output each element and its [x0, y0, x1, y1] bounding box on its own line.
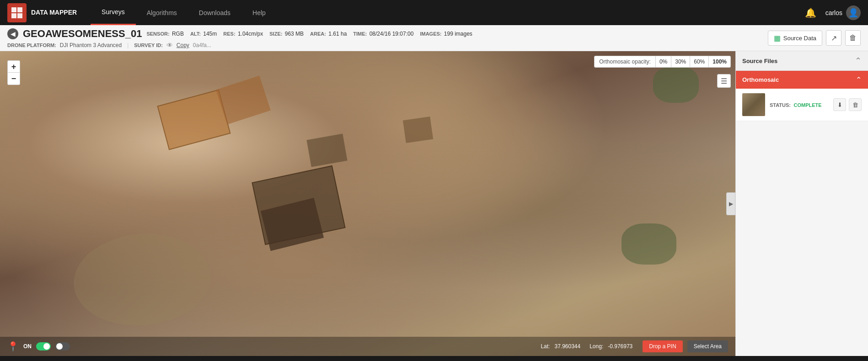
bottom-bar: 📍 ON Lat: 37.960344 Long: -0.976973 Drop…: [0, 337, 735, 356]
opacity-label: Orthomosaic opacity:: [595, 56, 656, 67]
area-meta: AREA: 1.61 ha: [310, 31, 347, 37]
opacity-60[interactable]: 60%: [690, 56, 709, 67]
toggle-knob-off: [56, 343, 63, 350]
survey-sub-row: DRONE PLATFORM: DJI Phantom 3 Advanced |…: [7, 42, 861, 49]
zoom-out-button[interactable]: −: [8, 73, 20, 85]
nav-downloads[interactable]: Downloads: [188, 0, 241, 25]
drop-pin-button[interactable]: Drop a PIN: [643, 340, 682, 352]
orthomosaic-content: STATUS: COMPLETE ⬇ 🗑: [736, 89, 868, 121]
svg-rect-2: [11, 13, 16, 18]
nav-links: Surveys Algorithms Downloads Help: [91, 0, 805, 25]
res-meta: RES: 1.04cm/px: [223, 31, 263, 37]
survey-header: ◀ GEOAWESOMENESS_01 SENSOR: RGB ALT: 145…: [0, 25, 868, 51]
ortho-thumbnail: [742, 93, 765, 116]
source-files-collapse[interactable]: ⌃: [855, 56, 862, 66]
size-meta: SIZE: 963 MB: [269, 31, 304, 37]
user-avatar: 👤: [846, 5, 861, 20]
ortho-status-area: STATUS: COMPLETE: [770, 101, 829, 109]
map-area[interactable]: + − Orthomosaic opacity: 0% 30% 60% 100%…: [0, 51, 735, 356]
status-label: STATUS:: [770, 102, 791, 108]
source-files-header: Source Files ⌃: [736, 51, 868, 71]
collapse-panel-button[interactable]: ▶: [726, 192, 735, 215]
main-content: + − Orthomosaic opacity: 0% 30% 60% 100%…: [0, 51, 868, 356]
username: carlos: [825, 9, 842, 16]
svg-rect-0: [11, 7, 16, 12]
source-data-button[interactable]: ▦ Source Data: [768, 31, 822, 46]
grid-icon: ▦: [774, 34, 781, 42]
nav-algorithms[interactable]: Algorithms: [136, 0, 188, 25]
orthomosaic-collapse-icon: ⌃: [856, 75, 862, 84]
header-actions: ▦ Source Data ↗ 🗑: [768, 30, 861, 46]
top-nav: DATA MAPPER Surveys Algorithms Downloads…: [0, 0, 868, 25]
layer-button[interactable]: ☰: [717, 74, 731, 88]
opacity-controls: Orthomosaic opacity: 0% 30% 60% 100%: [594, 56, 731, 68]
pin-icon: 📍: [7, 341, 19, 352]
aerial-view: [0, 51, 735, 356]
opacity-30[interactable]: 30%: [671, 56, 690, 67]
hash-value: 0a4fa...: [193, 42, 211, 48]
delete-button[interactable]: 🗑: [845, 30, 861, 46]
lat-label: Lat:: [541, 343, 550, 350]
time-meta: TIME: 08/24/16 19:07:00: [353, 31, 413, 37]
logo-text: DATA MAPPER: [31, 9, 77, 16]
orthomosaic-label: Orthomosaic: [742, 76, 779, 83]
svg-rect-1: [17, 7, 22, 12]
export-icon: ↗: [831, 34, 837, 42]
eye-icon[interactable]: 👁: [166, 42, 173, 49]
ortho-download-button[interactable]: ⬇: [833, 98, 846, 111]
source-files-label: Source Files: [742, 58, 777, 64]
right-panel: Source Files ⌃ Orthomosaic ⌃ STATUS: COM…: [735, 51, 868, 356]
divider: |: [127, 42, 129, 48]
back-button[interactable]: ◀: [7, 28, 18, 39]
opacity-100[interactable]: 100%: [709, 56, 730, 67]
logo-icon: [7, 3, 27, 22]
orthomosaic-header[interactable]: Orthomosaic ⌃: [736, 71, 868, 89]
toggle-knob: [43, 343, 50, 350]
ortho-actions: ⬇ 🗑: [833, 98, 862, 111]
nav-surveys[interactable]: Surveys: [91, 0, 136, 25]
sensor-meta: SENSOR: RGB: [146, 31, 183, 37]
zoom-in-button[interactable]: +: [8, 61, 20, 73]
svg-rect-3: [17, 13, 22, 18]
ortho-delete-button[interactable]: 🗑: [849, 98, 862, 111]
ortho-row: STATUS: COMPLETE ⬇ 🗑: [742, 93, 862, 116]
lat-value: 37.960344: [554, 343, 580, 350]
survey-meta: SENSOR: RGB ALT: 145m RES: 1.04cm/px SIZ…: [146, 31, 472, 37]
select-area-button[interactable]: Select Area: [687, 340, 728, 352]
toggle-on-label: ON: [23, 343, 32, 350]
toggle-switch-off[interactable]: [55, 342, 70, 350]
opacity-0[interactable]: 0%: [656, 56, 671, 67]
nav-right: 🔔 carlos 👤: [805, 5, 861, 20]
toggle-switch[interactable]: [36, 342, 51, 350]
notification-icon[interactable]: 🔔: [805, 7, 816, 18]
status-value: COMPLETE: [793, 102, 821, 108]
export-button[interactable]: ↗: [826, 30, 841, 46]
long-label: Long:: [589, 343, 603, 350]
zoom-controls: + −: [7, 60, 20, 85]
copy-button[interactable]: Copy: [177, 42, 189, 48]
images-meta: IMAGES: 199 images: [420, 31, 472, 37]
user-area[interactable]: carlos 👤: [825, 5, 861, 20]
survey-title: GEOAWESOMENESS_01: [23, 28, 142, 40]
survey-title-row: ◀ GEOAWESOMENESS_01 SENSOR: RGB ALT: 145…: [7, 28, 861, 40]
alt-meta: ALT: 145m: [190, 31, 217, 37]
long-value: -0.976973: [608, 343, 632, 350]
delete-icon: 🗑: [849, 34, 857, 42]
logo-area: DATA MAPPER: [7, 3, 77, 22]
logo-svg: [11, 6, 23, 19]
nav-help[interactable]: Help: [241, 0, 277, 25]
